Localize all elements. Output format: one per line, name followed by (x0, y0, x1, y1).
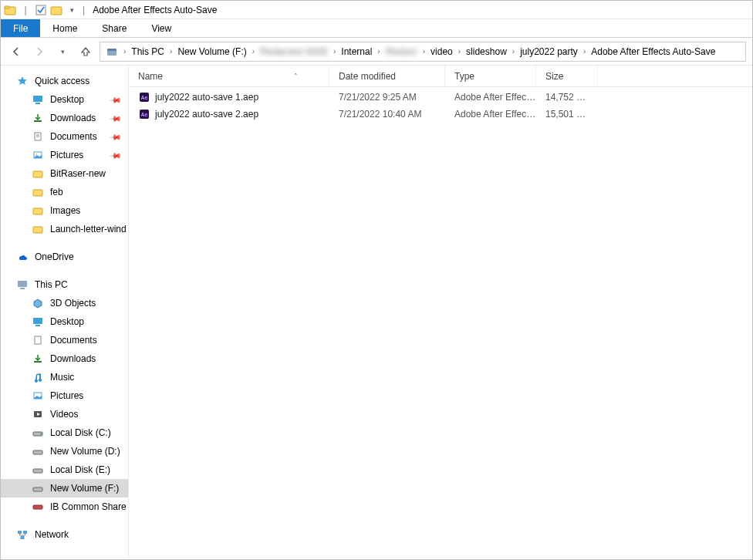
sidebar-pictures2[interactable]: Pictures (1, 386, 128, 405)
svg-rect-1 (5, 6, 9, 8)
sidebar-item-label: This PC (35, 279, 68, 290)
sidebar-item-label: Downloads (50, 113, 96, 123)
sidebar-feb[interactable]: feb (1, 183, 128, 201)
sidebar-local-disk-c[interactable]: Local Disk (C:) (1, 423, 128, 442)
svg-rect-17 (33, 227, 42, 233)
tab-home[interactable]: Home (40, 19, 89, 37)
properties-icon[interactable] (35, 4, 47, 16)
drive-icon (32, 427, 44, 439)
file-size: 14,752 KB (536, 92, 598, 103)
svg-point-13 (35, 153, 37, 155)
sort-asc-icon: ˄ (294, 73, 298, 80)
tab-view[interactable]: View (139, 19, 184, 37)
sidebar-bitraser[interactable]: BitRaser-new (1, 164, 128, 183)
tab-file[interactable]: File (1, 19, 40, 37)
sidebar-downloads2[interactable]: Downloads (1, 349, 128, 368)
chevron-right-icon[interactable]: › (421, 47, 427, 56)
chevron-right-icon[interactable]: › (122, 47, 127, 56)
svg-rect-30 (33, 487, 42, 491)
svg-rect-29 (33, 469, 42, 473)
forward-button[interactable] (30, 42, 49, 61)
sidebar-thispc[interactable]: This PC (1, 275, 128, 294)
sidebar-new-volume-f[interactable]: New Volume (F:) (1, 479, 128, 498)
tab-share[interactable]: Share (89, 19, 139, 37)
sidebar-item-label: BitRaser-new (50, 168, 106, 179)
folder-icon (32, 204, 44, 217)
desktop-icon (32, 315, 44, 328)
svg-rect-32 (18, 531, 22, 534)
objects3d-icon (32, 297, 44, 309)
up-button[interactable] (76, 42, 95, 61)
breadcrumb-slideshow[interactable]: slideshow (464, 42, 509, 61)
back-button[interactable] (7, 42, 25, 61)
column-size[interactable]: Size (536, 66, 598, 86)
address-bar[interactable]: › This PC › New Volume (F:) › Redacted 0… (100, 42, 746, 62)
svg-point-27 (40, 433, 42, 435)
column-date[interactable]: Date modified (329, 66, 445, 86)
breadcrumb-party[interactable]: july2022 party (518, 42, 580, 61)
chevron-right-icon[interactable]: › (582, 47, 587, 56)
svg-rect-3 (51, 7, 62, 15)
file-list-pane: Name ˄ Date modified Type Size Aejuly202… (129, 66, 752, 559)
file-size: 15,501 KB (536, 109, 598, 120)
sidebar-music[interactable]: Music (1, 368, 128, 386)
window-title: Adobe After Effects Auto-Save (93, 5, 217, 15)
sidebar-new-volume-d[interactable]: New Volume (D:) (1, 442, 128, 460)
videos-icon (32, 408, 44, 420)
sidebar-item-label: Documents (50, 131, 97, 142)
sidebar-launch[interactable]: Launch-letter-wind (1, 220, 128, 238)
network-drive-icon (32, 501, 44, 513)
sidebar-3dobjects[interactable]: 3D Objects (1, 294, 128, 312)
chevron-right-icon[interactable]: › (457, 47, 462, 56)
star-icon (16, 75, 29, 87)
folder-icon (32, 186, 44, 198)
chevron-right-icon[interactable]: › (332, 47, 337, 56)
svg-rect-23 (34, 361, 42, 363)
file-row[interactable]: Aejuly2022 auto-save 1.aep7/21/2022 9:25… (129, 89, 752, 106)
chevron-right-icon[interactable]: › (376, 47, 381, 56)
onedrive-icon (16, 251, 29, 263)
sidebar-network[interactable]: Network (1, 525, 128, 544)
title-separator: | (83, 5, 85, 15)
sidebar-desktop[interactable]: Desktop 📌 (1, 90, 128, 109)
breadcrumb-redacted-2[interactable]: Redact (383, 42, 420, 61)
sidebar-item-label: Downloads (50, 353, 96, 364)
pin-icon: 📌 (110, 149, 122, 161)
chevron-right-icon[interactable]: › (168, 47, 174, 56)
sidebar-ib-common-share[interactable]: IB Common Share ( (1, 498, 128, 516)
breadcrumb-root-icon[interactable] (103, 42, 120, 61)
column-label: Date modified (339, 71, 396, 82)
svg-rect-6 (33, 96, 42, 102)
pin-icon: 📌 (110, 93, 122, 106)
sidebar-documents[interactable]: Documents 📌 (1, 127, 128, 146)
music-icon (32, 371, 44, 383)
breadcrumb-video[interactable]: video (428, 42, 455, 61)
breadcrumb-redacted-1[interactable]: Redacted 0000 (258, 42, 330, 61)
breadcrumb-thispc[interactable]: This PC (129, 42, 167, 61)
sidebar-pictures[interactable]: Pictures 📌 (1, 146, 128, 164)
sidebar-local-disk-e[interactable]: Local Disk (E:) (1, 460, 128, 479)
sidebar-desktop2[interactable]: Desktop (1, 312, 128, 331)
column-name[interactable]: Name ˄ (129, 66, 329, 86)
sidebar-item-label: Music (50, 372, 74, 383)
breadcrumb-drive[interactable]: New Volume (F:) (175, 42, 248, 61)
sidebar-item-label: IB Common Share ( (50, 501, 128, 512)
sidebar-downloads[interactable]: Downloads 📌 (1, 109, 128, 127)
drive-icon (32, 482, 44, 494)
breadcrumb-current[interactable]: Adobe After Effects Auto-Save (589, 42, 718, 61)
sidebar-onedrive[interactable]: OneDrive (1, 248, 128, 266)
file-type: Adobe After Effect... (445, 109, 536, 120)
file-row[interactable]: Aejuly2022 auto-save 2.aep7/21/2022 10:4… (129, 106, 752, 123)
recent-locations-button[interactable]: ▾ (53, 42, 72, 61)
chevron-right-icon[interactable]: › (251, 47, 256, 56)
chevron-right-icon[interactable]: › (511, 47, 516, 56)
qat-dropdown-icon[interactable]: ▾ (66, 4, 78, 16)
sidebar-videos[interactable]: Videos (1, 405, 128, 423)
sidebar-images[interactable]: Images (1, 201, 128, 220)
svg-rect-8 (34, 120, 42, 122)
sidebar-documents2[interactable]: Documents (1, 331, 128, 349)
sidebar-quick-access[interactable]: Quick access (1, 72, 128, 90)
column-type[interactable]: Type (445, 66, 536, 86)
svg-rect-15 (33, 190, 42, 196)
breadcrumb-internal[interactable]: Internal (339, 42, 374, 61)
